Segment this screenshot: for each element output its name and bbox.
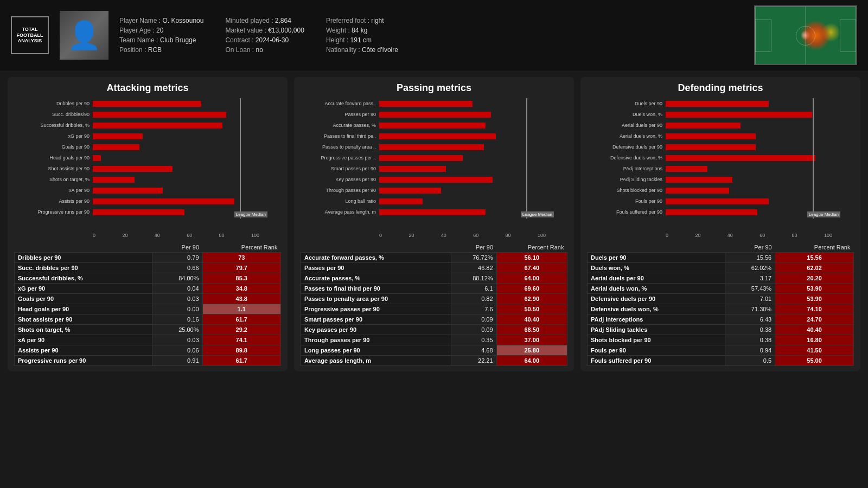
metric-name: Aerial duels won, %: [588, 284, 725, 294]
per90-value: 0.38: [725, 325, 775, 335]
chart-row-8: Shots blocked per 90: [587, 186, 832, 195]
loan-row: On Loan : no: [225, 46, 304, 54]
bar-fill-0: [379, 101, 473, 107]
table-header-2: Percent Rank: [202, 242, 280, 253]
bar-fill-2: [379, 123, 486, 129]
bar-fill-3: [666, 133, 756, 139]
percent-rank: 64.00: [496, 356, 567, 366]
per90-value: 3.17: [725, 273, 775, 284]
axis-tick: 100: [538, 233, 546, 238]
percent-rank: 25.80: [496, 345, 567, 356]
bar-fill-7: [93, 177, 135, 183]
height-sep: :: [347, 36, 350, 44]
per90-value: 62.02%: [725, 263, 775, 273]
table-row: xG per 900.0434.8: [15, 284, 281, 294]
metric-name: Succ. dribbles per 90: [15, 263, 152, 273]
bar-track-2: [93, 123, 259, 129]
table-row: PAdj Interceptions6.4324.70: [588, 314, 854, 325]
bar-track-4: [666, 144, 832, 150]
foot-label: Preferred foot: [326, 17, 366, 24]
metric-name: Aerial duels per 90: [588, 273, 725, 284]
loan-value: no: [256, 46, 263, 54]
bar-label-2: Successful dribbles, %: [14, 123, 93, 128]
player-position-label: Position: [119, 46, 143, 54]
chart-row-6: Smart passes per 90: [301, 164, 546, 173]
nationality-value: Côte d'Ivoire: [362, 46, 398, 54]
bar-fill-9: [93, 198, 234, 204]
table-row: Key passes per 900.0968.50: [301, 325, 567, 335]
chart-row-0: Accurate forward pass..: [301, 99, 546, 108]
table-row: Smart passes per 900.0940.40: [301, 314, 567, 325]
bar-label-8: xA per 90: [14, 188, 93, 193]
info-col-3: Preferred foot : right Weight : 84 kg He…: [326, 17, 398, 54]
per90-value: 57.43%: [725, 284, 775, 294]
table-row: PAdj Sliding tackles0.3840.40: [588, 325, 854, 335]
table-header-1: Per 90: [451, 242, 496, 253]
bar-fill-9: [666, 198, 769, 204]
table-row: Average pass length, m22.2164.00: [301, 356, 567, 366]
bar-label-9: Assists per 90: [14, 198, 93, 204]
bar-label-5: Head goals per 90: [14, 155, 93, 160]
league-median-label: League Median: [521, 211, 554, 217]
percent-rank: 61.7: [202, 356, 280, 366]
passing-chart: Accurate forward pass..Passes per 90Accu…: [301, 98, 567, 228]
metric-name: Goals per 90: [15, 294, 152, 304]
height-row: Height : 191 cm: [326, 36, 398, 44]
bar-fill-3: [93, 133, 143, 139]
foot-row: Preferred foot : right: [326, 17, 398, 24]
metric-name: xA per 90: [15, 335, 152, 345]
chart-row-10: Average pass length, m: [301, 208, 546, 216]
player-age-row: Player Age : 20: [119, 27, 203, 34]
per90-value: 0.91: [152, 356, 202, 366]
chart-row-8: xA per 90: [14, 186, 259, 195]
bar-track-4: [93, 144, 259, 150]
bar-fill-5: [93, 155, 101, 161]
minutes-row: Minuted played : 2,864: [225, 17, 304, 24]
player-team-sep: :: [156, 36, 160, 44]
axis-tick: 80: [219, 233, 225, 238]
per90-value: 0.09: [451, 314, 496, 325]
table-row: Goals per 900.0343.8: [15, 294, 281, 304]
chart-row-9: Assists per 90: [14, 197, 259, 206]
player-name-label: Player Name: [119, 17, 157, 24]
axis-tick: 20: [122, 233, 127, 238]
metric-name: Through passes per 90: [301, 335, 451, 345]
per90-value: 0.16: [152, 314, 202, 325]
bar-track-5: [379, 155, 546, 161]
chart-row-7: Key passes per 90: [301, 175, 546, 184]
player-team-label: Team Name: [119, 36, 155, 44]
nationality-row: Nationality : Côte d'Ivoire: [326, 46, 398, 54]
per90-value: 6.1: [451, 284, 496, 294]
table-row: Fouls suffered per 900.555.00: [588, 356, 854, 366]
per90-value: 88.12%: [451, 273, 496, 284]
bar-track-9: [379, 198, 546, 204]
chart-row-0: Dribbles per 90: [14, 99, 259, 108]
percent-rank: 68.50: [496, 325, 567, 335]
bar-fill-4: [379, 144, 484, 150]
metric-name: Dribbles per 90: [15, 253, 152, 263]
axis-tick: 80: [506, 233, 511, 238]
bar-label-0: Dribbles per 90: [14, 101, 93, 106]
nationality-label: Nationality: [326, 46, 356, 54]
bar-track-5: [93, 155, 259, 161]
bar-label-2: Aerial duels per 90: [587, 123, 666, 128]
bar-track-7: [666, 177, 832, 183]
metric-name: PAdj Sliding tackles: [588, 325, 725, 335]
svg-rect-3: [840, 20, 856, 52]
bar-fill-1: [666, 112, 812, 118]
chart-axis: 020406080100: [93, 233, 281, 238]
per90-value: 7.6: [451, 304, 496, 314]
player-age-label: Player Age: [119, 27, 151, 34]
defending-chart: Duels per 90Duels won, %Aerial duels per…: [587, 98, 854, 228]
per90-value: 4.68: [451, 345, 496, 356]
chart-row-3: Aerial duels won, %: [587, 132, 832, 140]
table-row: Passes per 9046.8267.40: [301, 263, 567, 273]
bar-label-10: Progressive runs per 90: [14, 209, 93, 215]
player-photo: [60, 11, 108, 60]
per90-value: 76.72%: [451, 253, 496, 263]
percent-rank: 53.90: [775, 284, 854, 294]
bar-fill-8: [379, 188, 441, 194]
percent-rank: 61.7: [202, 314, 280, 325]
bar-track-3: [379, 133, 546, 139]
table-row: Successful dribbles, %84.00%85.3: [15, 273, 281, 284]
